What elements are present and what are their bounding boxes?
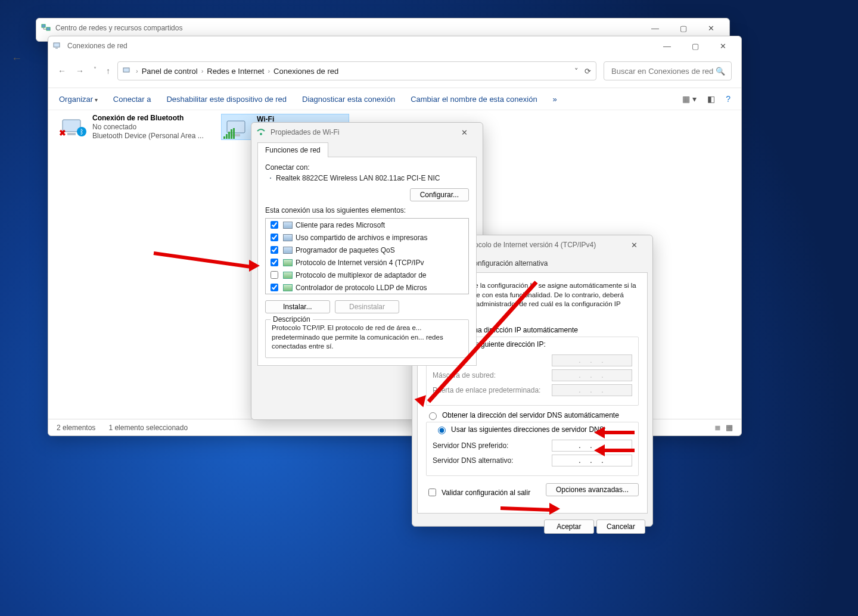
element-label: Cliente para redes Microsoft: [296, 221, 385, 229]
install-button[interactable]: Instalar...: [265, 300, 330, 313]
search-input[interactable]: 🔍: [604, 61, 732, 80]
maximize-button[interactable]: ▢: [670, 20, 697, 36]
element-checkbox[interactable]: [271, 246, 278, 254]
radio-dns-manual[interactable]: [438, 427, 446, 434]
connection-item-bluetooth[interactable]: ✖ ᛒ Conexión de red Bluetooth No conecta…: [59, 114, 214, 140]
minimize-button[interactable]: —: [654, 38, 680, 54]
element-label: Programador de paquetes QoS: [296, 246, 395, 254]
connection-device: Bluetooth Device (Personal Area ...: [92, 132, 204, 140]
cmd-deshabilitar[interactable]: Deshabilitar este dispositivo de red: [166, 95, 287, 104]
view-large-icon[interactable]: ▦: [726, 423, 733, 432]
advanced-button[interactable]: Opciones avanzadas...: [546, 483, 639, 496]
cmd-overflow[interactable]: »: [553, 95, 557, 104]
view-details-icon[interactable]: ≣: [714, 423, 721, 432]
address-bar: ← → ˅ ↑ › Panel de control › Redes e Int…: [48, 55, 741, 88]
element-checkbox[interactable]: [271, 284, 278, 291]
status-count: 2 elementos: [57, 424, 95, 432]
cmd-renombrar[interactable]: Cambiar el nombre de esta conexión: [411, 95, 537, 104]
nav-recent-icon[interactable]: ˅: [94, 66, 97, 76]
search-field[interactable]: [610, 66, 716, 76]
element-item[interactable]: Programador de paquetes QoS: [266, 244, 468, 256]
status-selected: 1 elemento seleccionado: [108, 424, 188, 432]
mask-input: . . .: [552, 369, 632, 381]
uninstall-button[interactable]: Desinstalar: [335, 300, 400, 313]
element-item[interactable]: Protocolo de Internet versión 4 (TCP/IPv: [266, 256, 468, 269]
svg-point-9: [260, 133, 262, 135]
nav-back-icon[interactable]: ←: [58, 66, 66, 76]
cmd-organizar[interactable]: Organizar: [59, 95, 98, 104]
svg-rect-3: [55, 48, 58, 49]
chevron-right-icon: ›: [268, 67, 270, 74]
svg-rect-2: [54, 43, 60, 47]
network-center-icon: [41, 23, 51, 33]
breadcrumb-item[interactable]: Conexiones de red: [273, 67, 338, 76]
adapter-icon: [270, 178, 271, 179]
element-label: Uso compartido de archivos e impresoras: [296, 234, 427, 242]
svg-rect-6: [67, 133, 76, 135]
element-item[interactable]: Uso compartido de archivos e impresoras: [266, 231, 468, 244]
breadcrumb-item[interactable]: Panel de control: [142, 67, 198, 76]
dns-pref-input[interactable]: . . .: [552, 440, 632, 452]
element-item[interactable]: Protocolo de Internet versión 6 (TCP/IPv: [266, 294, 468, 294]
gw-input: . . .: [552, 384, 632, 396]
mask-label: Máscara de subred:: [433, 371, 496, 379]
minimize-button[interactable]: —: [642, 20, 669, 36]
elements-listbox[interactable]: Cliente para redes MicrosoftUso comparti…: [265, 218, 469, 294]
connection-name: Conexión de red Bluetooth: [92, 114, 204, 122]
element-label: Controlador de protocolo LLDP de Micros: [296, 284, 427, 292]
dns-pref-label: Servidor DNS preferido:: [433, 441, 508, 450]
client-icon: [283, 247, 293, 254]
disconnected-icon: ✖: [59, 128, 66, 138]
breadcrumb-icon: [123, 66, 132, 76]
description-text: Protocolo TCP/IP. El protocolo de red de…: [272, 323, 462, 351]
element-item[interactable]: Cliente para redes Microsoft: [266, 219, 468, 231]
breadcrumb-item[interactable]: Redes e Internet: [207, 67, 264, 76]
radio-dns-manual-label: Usar las siguientes direcciones de servi…: [451, 425, 606, 434]
accept-button[interactable]: Aceptar: [544, 519, 593, 534]
nav-up-icon[interactable]: ↑: [106, 66, 110, 76]
configure-button[interactable]: Configurar...: [410, 188, 469, 201]
nav-forward-icon[interactable]: →: [76, 66, 84, 76]
svg-rect-1: [46, 27, 50, 30]
cancel-button[interactable]: Cancelar: [596, 519, 645, 534]
close-button[interactable]: ✕: [710, 38, 736, 54]
breadcrumb-dropdown-icon[interactable]: ˅: [574, 67, 579, 76]
command-bar: Organizar Conectar a Deshabilitar este d…: [48, 88, 741, 110]
element-checkbox[interactable]: [271, 234, 278, 241]
element-checkbox[interactable]: [271, 259, 278, 266]
window-title: Conexiones de red: [67, 42, 654, 50]
validate-checkbox[interactable]: [428, 489, 436, 496]
window-title: Centro de redes y recursos compartidos: [55, 24, 642, 32]
close-button[interactable]: ✕: [621, 237, 648, 253]
chevron-right-icon: ›: [136, 67, 138, 74]
close-button[interactable]: ✕: [698, 20, 725, 36]
elements-label: Esta conexión usa los siguientes element…: [265, 206, 469, 214]
element-label: Protocolo de multiplexor de adaptador de: [296, 271, 426, 279]
help-icon[interactable]: ?: [726, 94, 730, 104]
validate-label: Validar configuración al salir: [442, 489, 530, 497]
element-item[interactable]: Protocolo de multiplexor de adaptador de: [266, 269, 468, 281]
cmd-conectar[interactable]: Conectar a: [113, 95, 151, 104]
dns-alt-input[interactable]: . . .: [552, 455, 632, 466]
wifi-prop-icon: [256, 127, 266, 137]
view-mode-icon[interactable]: ▦ ▾: [682, 94, 697, 104]
search-icon: 🔍: [716, 67, 725, 76]
element-checkbox[interactable]: [271, 271, 278, 279]
cmd-diagnosticar[interactable]: Diagnosticar esta conexión: [302, 95, 395, 104]
network-connections-icon: [53, 41, 63, 51]
close-button[interactable]: ✕: [451, 124, 478, 141]
element-checkbox[interactable]: [271, 221, 278, 229]
gw-label: Puerta de enlace predeterminada:: [433, 386, 540, 394]
refresh-icon[interactable]: ⟳: [585, 67, 591, 76]
element-item[interactable]: Controlador de protocolo LLDP de Micros: [266, 281, 468, 294]
preview-pane-icon[interactable]: ◧: [707, 94, 715, 104]
protocol-icon: [283, 272, 293, 279]
radio-dns-auto-label: Obtener la dirección del servidor DNS au…: [442, 411, 619, 419]
breadcrumb[interactable]: › Panel de control › Redes e Internet › …: [117, 61, 596, 80]
radio-dns-auto[interactable]: [429, 412, 437, 420]
tab-funciones-red[interactable]: Funciones de red: [257, 142, 328, 157]
element-label: Protocolo de Internet versión 4 (TCP/IPv: [296, 259, 424, 267]
bluetooth-icon: ᛒ: [77, 127, 86, 136]
maximize-button[interactable]: ▢: [682, 38, 708, 54]
svg-rect-0: [42, 24, 45, 27]
